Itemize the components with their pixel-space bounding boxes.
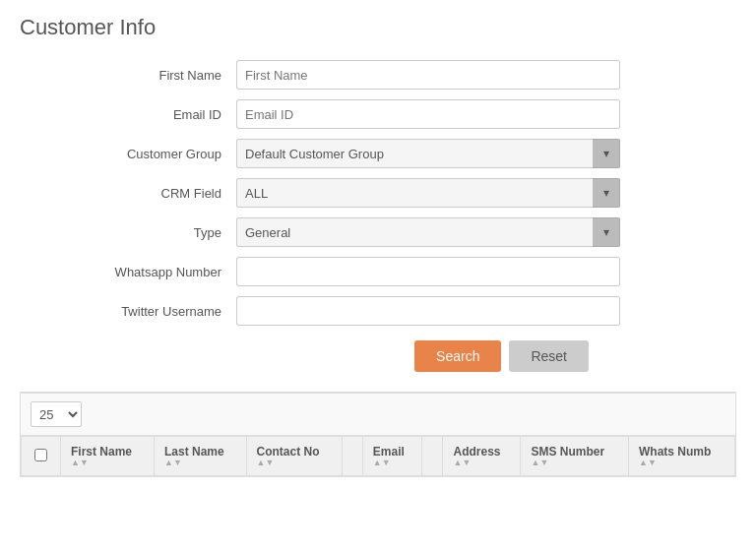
col-last-name[interactable]: Last Name ▲▼ xyxy=(155,437,247,476)
type-select-wrapper: General VIP Wholesale xyxy=(236,217,620,247)
table-controls: 25 50 100 xyxy=(21,393,735,435)
table-header-row: First Name ▲▼ Last Name ▲▼ xyxy=(22,437,735,476)
first-name-label: First Name xyxy=(20,68,236,83)
page-title: Customer Info xyxy=(20,15,736,40)
col-contact-no[interactable]: Contact No ▲▼ xyxy=(246,437,342,476)
col-whats-numb-label: Whats Numb xyxy=(639,445,711,459)
first-name-input[interactable] xyxy=(236,60,620,90)
col-email-label: Email xyxy=(373,445,405,459)
sort-arrows-sms: ▲▼ xyxy=(531,459,548,467)
col-last-name-label: Last Name xyxy=(164,445,224,459)
col-extra2 xyxy=(422,437,443,476)
col-first-name[interactable]: First Name ▲▼ xyxy=(61,437,155,476)
col-address-label: Address xyxy=(453,445,500,459)
type-dropdown-icon[interactable] xyxy=(593,217,620,247)
sort-arrows-last-name: ▲▼ xyxy=(164,459,182,467)
sort-arrows-email: ▲▼ xyxy=(373,459,391,467)
crm-field-row: CRM Field ALL Option 1 Option 2 xyxy=(20,178,736,208)
col-whats-numb[interactable]: Whats Numb ▲▼ xyxy=(628,437,734,476)
customer-group-select[interactable]: Default Customer Group Group 1 Group 2 xyxy=(236,139,620,168)
whatsapp-label: Whatsapp Number xyxy=(20,265,236,279)
twitter-row: Twitter Username xyxy=(20,296,736,326)
col-extra1 xyxy=(342,437,362,476)
reset-button[interactable]: Reset xyxy=(509,340,589,372)
crm-field-select[interactable]: ALL Option 1 Option 2 xyxy=(236,178,620,208)
customer-group-select-wrapper: Default Customer Group Group 1 Group 2 xyxy=(236,139,620,168)
whatsapp-input[interactable] xyxy=(236,257,620,286)
first-name-row: First Name xyxy=(20,60,736,90)
col-sms-number-label: SMS Number xyxy=(531,445,604,459)
type-row: Type General VIP Wholesale xyxy=(20,217,736,247)
email-id-input[interactable] xyxy=(236,99,620,129)
col-checkbox xyxy=(22,437,61,476)
sort-arrows-contact-no: ▲▼ xyxy=(257,459,275,467)
crm-field-select-wrapper: ALL Option 1 Option 2 xyxy=(236,178,620,208)
results-table-section: 25 50 100 First Name ▲▼ xyxy=(20,392,736,477)
sort-arrows-whats: ▲▼ xyxy=(639,459,657,467)
sort-arrows-first-name: ▲▼ xyxy=(71,459,89,467)
select-all-checkbox[interactable] xyxy=(34,449,47,461)
page-container: Customer Info First Name Email ID Custom… xyxy=(0,0,756,492)
col-first-name-label: First Name xyxy=(71,445,132,459)
col-address[interactable]: Address ▲▼ xyxy=(443,437,521,476)
customer-group-row: Customer Group Default Customer Group Gr… xyxy=(20,139,736,168)
search-button[interactable]: Search xyxy=(414,340,501,372)
email-id-label: Email ID xyxy=(20,107,236,122)
whatsapp-row: Whatsapp Number xyxy=(20,257,736,286)
col-email[interactable]: Email ▲▼ xyxy=(362,437,422,476)
type-label: Type xyxy=(20,225,236,240)
twitter-label: Twitter Username xyxy=(20,304,236,319)
crm-field-dropdown-icon[interactable] xyxy=(593,178,620,208)
type-select[interactable]: General VIP Wholesale xyxy=(236,217,620,247)
results-table: First Name ▲▼ Last Name ▲▼ xyxy=(21,436,735,476)
twitter-input[interactable] xyxy=(236,296,620,326)
col-contact-no-label: Contact No xyxy=(257,445,320,459)
email-id-row: Email ID xyxy=(20,99,736,129)
button-row: Search Reset xyxy=(20,340,589,372)
table-wrapper: First Name ▲▼ Last Name ▲▼ xyxy=(21,435,735,476)
customer-group-dropdown-icon[interactable] xyxy=(593,139,620,168)
per-page-select[interactable]: 25 50 100 xyxy=(31,401,82,427)
customer-group-label: Customer Group xyxy=(20,147,236,161)
crm-field-label: CRM Field xyxy=(20,186,236,201)
customer-info-form: First Name Email ID Customer Group Defau… xyxy=(20,60,736,326)
sort-arrows-address: ▲▼ xyxy=(453,459,471,467)
col-sms-number[interactable]: SMS Number ▲▼ xyxy=(521,437,629,476)
